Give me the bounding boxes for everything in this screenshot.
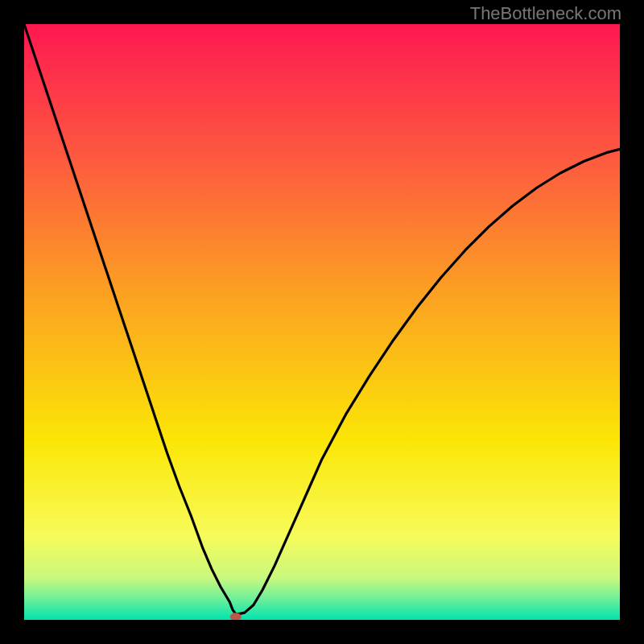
source-label: TheBottleneck.com <box>470 3 621 24</box>
bottleneck-chart <box>24 24 620 620</box>
gradient-bg <box>24 24 620 620</box>
plot-area <box>24 24 620 620</box>
chart-frame: TheBottleneck.com <box>0 0 644 644</box>
